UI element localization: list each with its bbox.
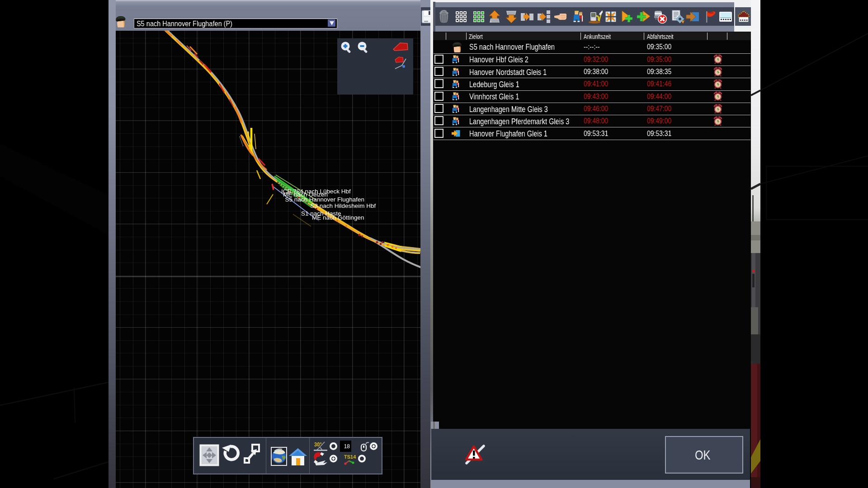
svg-text:ME nach Göttingen: ME nach Göttingen [312,214,364,221]
svg-text:18: 18 [344,443,350,450]
svg-text:S5 nach Hannover Flughafen: S5 nach Hannover Flughafen [285,196,365,203]
svg-text:TS14: TS14 [344,454,356,460]
svg-text:S3 nach Hildesheim Hbf: S3 nach Hildesheim Hbf [311,202,376,209]
